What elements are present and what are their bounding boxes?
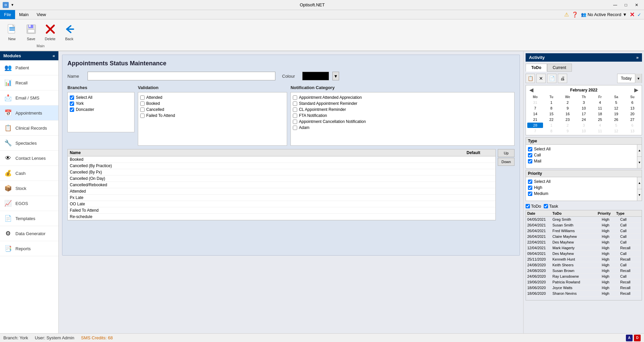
delete-button[interactable]: Delete xyxy=(41,22,59,43)
cal-day-2[interactable]: 2 xyxy=(560,100,576,105)
close-button[interactable]: ✕ xyxy=(632,2,641,8)
cal-day-mar-13[interactable]: 13 xyxy=(625,128,640,134)
priority-high-checkbox[interactable] xyxy=(528,186,532,190)
cal-day-mar-4[interactable]: 4 xyxy=(592,123,608,128)
tab-current[interactable]: Current xyxy=(547,64,572,72)
new-button[interactable]: New xyxy=(3,22,21,43)
cal-day-25[interactable]: 25 xyxy=(592,117,608,122)
status-row-reschedule[interactable]: Re-schedule xyxy=(68,214,495,220)
branches-york-checkbox[interactable] xyxy=(70,101,74,106)
status-row-px-late[interactable]: Px Late xyxy=(68,195,495,201)
cal-day-24[interactable]: 24 xyxy=(576,117,592,122)
app-menu-arrow[interactable]: ▼ xyxy=(11,3,14,7)
act-btn-4[interactable]: 🖨 xyxy=(558,74,567,83)
notif-sar-checkbox[interactable] xyxy=(293,101,297,106)
notif-fta-checkbox[interactable] xyxy=(293,114,297,118)
branches-select-all-checkbox[interactable] xyxy=(70,95,74,100)
branches-york-label[interactable]: York xyxy=(76,101,84,106)
status-row-booked[interactable]: Booked xyxy=(68,156,495,163)
validation-attended-checkbox[interactable] xyxy=(140,95,145,100)
cal-day-mar-2[interactable]: 2 xyxy=(560,123,576,128)
cal-day-5[interactable]: 5 xyxy=(608,100,624,105)
cal-day-17[interactable]: 17 xyxy=(576,111,592,117)
sidebar-item-recall[interactable]: 📊 Recall xyxy=(0,75,58,90)
cal-day-8[interactable]: 8 xyxy=(543,106,559,111)
today-dropdown[interactable]: Today ▼ xyxy=(617,74,642,83)
sidebar-item-clinical-records[interactable]: 📋 Clinical Records xyxy=(0,121,58,136)
validation-cancelled-checkbox[interactable] xyxy=(140,108,145,112)
act-row-2[interactable]: 26/04/2021Susan SmithHighCall xyxy=(526,222,642,228)
cal-day-9[interactable]: 9 xyxy=(560,106,576,111)
validation-cancelled-label[interactable]: Cancelled xyxy=(146,107,164,112)
record-selector[interactable]: 👥 No Active Record ▼ xyxy=(581,12,627,17)
cal-day-mar-12[interactable]: 12 xyxy=(608,128,624,134)
colour-picker[interactable] xyxy=(302,72,329,80)
type-scroll-up[interactable]: ▲ xyxy=(637,145,642,157)
close-red-button[interactable]: ✕ xyxy=(630,11,635,18)
cal-day-21[interactable]: 21 xyxy=(527,117,543,122)
name-input[interactable] xyxy=(88,72,275,80)
type-mail-checkbox[interactable] xyxy=(528,159,532,163)
cal-day-mar-8[interactable]: 8 xyxy=(543,128,559,134)
act-row-13[interactable]: 18/06/2020Joyce WattsHighRecall xyxy=(526,285,642,291)
status-row-oo-late[interactable]: OO Late xyxy=(68,201,495,207)
status-row-fta[interactable]: Failed To Attend xyxy=(68,207,495,214)
sidebar-item-email-sms[interactable]: 📩 Email / SMS xyxy=(0,90,58,106)
priority-medium-checkbox[interactable] xyxy=(528,192,532,196)
notif-adam-checkbox[interactable] xyxy=(293,126,297,130)
notif-clar-label[interactable]: CL Appointment Reminder xyxy=(299,107,346,112)
sidebar-item-templates[interactable]: 📄 Templates xyxy=(0,211,58,226)
cal-day-12[interactable]: 12 xyxy=(608,106,624,111)
activity-expand-icon[interactable]: » xyxy=(636,55,639,60)
cal-day-16[interactable]: 16 xyxy=(560,111,576,117)
act-row-8[interactable]: 25/11/2020Kenneth HuntHighRecall xyxy=(526,257,642,262)
priority-high-label[interactable]: High xyxy=(534,185,542,190)
cal-day-20[interactable]: 20 xyxy=(625,111,640,117)
notif-fta-label[interactable]: FTA Notification xyxy=(299,113,327,118)
cal-day-22[interactable]: 22 xyxy=(543,117,559,122)
menu-main[interactable]: Main xyxy=(15,10,33,19)
cal-prev[interactable]: ◀ xyxy=(527,87,535,93)
type-call-checkbox[interactable] xyxy=(528,153,532,157)
sidebar-item-stock[interactable]: 📦 Stock xyxy=(0,181,58,196)
sidebar-item-patient[interactable]: 👥 Patient xyxy=(0,60,58,75)
notif-aaa-label[interactable]: Appointment Attended Appreciation xyxy=(299,95,362,100)
help-icon[interactable]: ❓ xyxy=(572,11,578,18)
back-button[interactable]: Back xyxy=(60,22,78,43)
sidebar-item-data-generator[interactable]: ⚙ Data Generator xyxy=(0,226,58,241)
cal-day-mar-3[interactable]: 3 xyxy=(576,123,592,128)
act-row-12[interactable]: 19/06/2020Patricia RowlandHighRecall xyxy=(526,279,642,285)
maximize-button[interactable]: □ xyxy=(621,2,631,8)
act-row-3[interactable]: 26/04/2021Fred WilliamsHighCall xyxy=(526,228,642,234)
cal-day-18[interactable]: 18 xyxy=(592,111,608,117)
status-row-cancelled-onday[interactable]: Cancelled (On Day) xyxy=(68,176,495,182)
sidebar-item-reports[interactable]: 📑 Reports xyxy=(0,241,58,256)
cal-day-1[interactable]: 1 xyxy=(543,100,559,105)
cal-day-mar-5[interactable]: 5 xyxy=(608,123,624,128)
type-mail-label[interactable]: Mail xyxy=(534,159,541,163)
cal-day-26[interactable]: 26 xyxy=(608,117,624,122)
priority-medium-label[interactable]: Medium xyxy=(534,191,548,196)
cal-day-11[interactable]: 11 xyxy=(592,106,608,111)
check-arrow-button[interactable]: ✓ xyxy=(637,12,641,17)
sidebar-item-spectacles[interactable]: 🔧 Spectacles xyxy=(0,136,58,151)
task-filter-label[interactable]: Task xyxy=(549,204,558,209)
act-row-1[interactable]: 04/05/2021Greg SmithHighCall xyxy=(526,217,642,222)
type-select-all-label[interactable]: Select All xyxy=(534,147,550,151)
down-button[interactable]: Down xyxy=(498,158,515,166)
act-row-6[interactable]: 12/04/2021Mark HagertyHighRecall xyxy=(526,245,642,251)
notif-adam-label[interactable]: Adam xyxy=(299,125,309,130)
cal-day-23[interactable]: 23 xyxy=(560,117,576,122)
cal-day-6[interactable]: 6 xyxy=(625,100,640,105)
type-scroll-down[interactable]: ▼ xyxy=(637,157,642,168)
validation-fta-label[interactable]: Failed To Attend xyxy=(146,113,175,118)
act-row-9[interactable]: 24/08/2020Keith SheersHighCall xyxy=(526,262,642,268)
menu-file[interactable]: File xyxy=(0,10,15,19)
cal-day-4[interactable]: 4 xyxy=(592,100,608,105)
cal-next[interactable]: ▶ xyxy=(632,87,640,93)
act-row-11[interactable]: 24/06/2020Ray LansdowneHighCall xyxy=(526,274,642,279)
cal-day-13[interactable]: 13 xyxy=(625,106,640,111)
cal-day-mar-9[interactable]: 9 xyxy=(560,128,576,134)
today-dropdown-btn[interactable]: ▼ xyxy=(635,74,642,83)
cal-day-27[interactable]: 27 xyxy=(625,117,640,122)
